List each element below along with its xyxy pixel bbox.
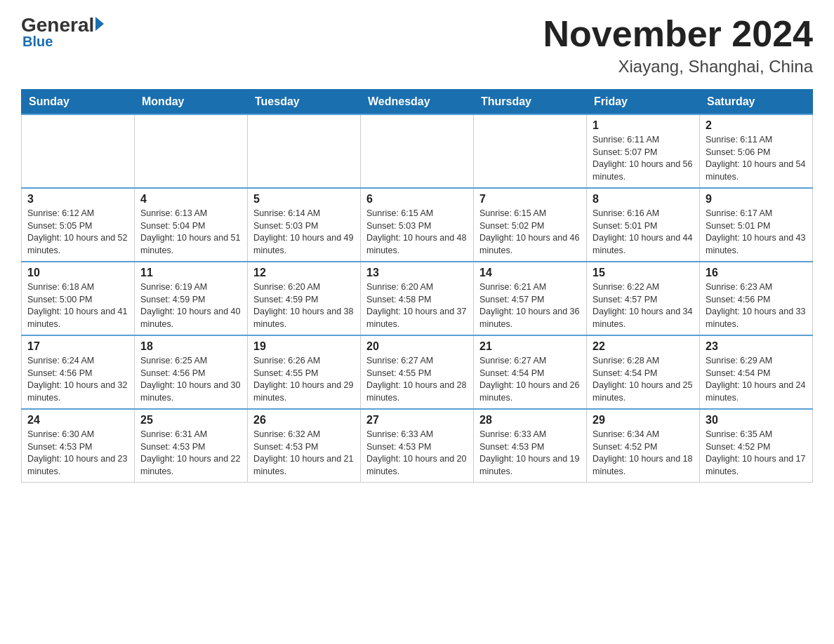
day-number: 2 — [706, 119, 807, 132]
day-number: 21 — [479, 340, 581, 353]
logo-arrow-icon — [95, 17, 104, 31]
calendar-table: SundayMondayTuesdayWednesdayThursdayFrid… — [21, 89, 813, 483]
day-cell: 8Sunrise: 6:16 AMSunset: 5:01 PMDaylight… — [587, 188, 700, 262]
day-cell: 4Sunrise: 6:13 AMSunset: 5:04 PMDaylight… — [135, 188, 248, 262]
day-info: Sunrise: 6:33 AMSunset: 4:53 PMDaylight:… — [366, 429, 468, 478]
day-number: 20 — [366, 340, 468, 353]
day-number: 17 — [27, 340, 128, 353]
day-cell: 30Sunrise: 6:35 AMSunset: 4:52 PMDayligh… — [700, 409, 813, 483]
day-cell: 1Sunrise: 6:11 AMSunset: 5:07 PMDaylight… — [587, 114, 700, 188]
day-cell: 5Sunrise: 6:14 AMSunset: 5:03 PMDaylight… — [248, 188, 361, 262]
day-number: 19 — [253, 340, 355, 353]
day-info: Sunrise: 6:14 AMSunset: 5:03 PMDaylight:… — [253, 208, 355, 257]
day-number: 15 — [593, 267, 694, 279]
day-info: Sunrise: 6:31 AMSunset: 4:53 PMDaylight:… — [140, 429, 241, 478]
month-title: November 2024 — [543, 14, 813, 54]
day-info: Sunrise: 6:30 AMSunset: 4:53 PMDaylight:… — [27, 429, 128, 478]
day-number: 5 — [253, 193, 355, 206]
header-cell-tuesday: Tuesday — [248, 90, 361, 115]
day-info: Sunrise: 6:12 AMSunset: 5:05 PMDaylight:… — [27, 208, 128, 257]
day-number: 13 — [366, 267, 468, 279]
day-number: 9 — [706, 193, 807, 206]
day-number: 10 — [27, 267, 128, 279]
day-number: 4 — [140, 193, 241, 206]
day-number: 27 — [366, 414, 468, 427]
day-info: Sunrise: 6:21 AMSunset: 4:57 PMDaylight:… — [479, 281, 581, 330]
day-cell — [22, 114, 135, 188]
header-cell-friday: Friday — [587, 90, 700, 115]
day-cell: 2Sunrise: 6:11 AMSunset: 5:06 PMDaylight… — [700, 114, 813, 188]
day-info: Sunrise: 6:29 AMSunset: 4:54 PMDaylight:… — [706, 355, 807, 404]
day-number: 14 — [479, 267, 581, 279]
day-info: Sunrise: 6:32 AMSunset: 4:53 PMDaylight:… — [253, 429, 355, 478]
day-number: 18 — [140, 340, 241, 353]
header-row: SundayMondayTuesdayWednesdayThursdayFrid… — [22, 90, 813, 115]
day-number: 30 — [706, 414, 807, 427]
header-cell-sunday: Sunday — [22, 90, 135, 115]
day-cell: 6Sunrise: 6:15 AMSunset: 5:03 PMDaylight… — [361, 188, 474, 262]
day-info: Sunrise: 6:13 AMSunset: 5:04 PMDaylight:… — [140, 208, 241, 257]
day-cell: 18Sunrise: 6:25 AMSunset: 4:56 PMDayligh… — [135, 335, 248, 409]
day-cell: 16Sunrise: 6:23 AMSunset: 4:56 PMDayligh… — [700, 262, 813, 335]
day-info: Sunrise: 6:25 AMSunset: 4:56 PMDaylight:… — [140, 355, 241, 404]
day-info: Sunrise: 6:27 AMSunset: 4:55 PMDaylight:… — [366, 355, 468, 404]
day-cell: 14Sunrise: 6:21 AMSunset: 4:57 PMDayligh… — [474, 262, 587, 335]
day-cell: 22Sunrise: 6:28 AMSunset: 4:54 PMDayligh… — [587, 335, 700, 409]
day-cell — [474, 114, 587, 188]
day-cell: 29Sunrise: 6:34 AMSunset: 4:52 PMDayligh… — [587, 409, 700, 483]
day-cell: 17Sunrise: 6:24 AMSunset: 4:56 PMDayligh… — [22, 335, 135, 409]
day-cell — [135, 114, 248, 188]
day-cell — [361, 114, 474, 188]
day-cell: 26Sunrise: 6:32 AMSunset: 4:53 PMDayligh… — [248, 409, 361, 483]
day-number: 1 — [593, 119, 694, 132]
day-number: 22 — [593, 340, 694, 353]
day-info: Sunrise: 6:35 AMSunset: 4:52 PMDaylight:… — [706, 429, 807, 478]
week-row-4: 17Sunrise: 6:24 AMSunset: 4:56 PMDayligh… — [22, 335, 813, 409]
day-cell: 11Sunrise: 6:19 AMSunset: 4:59 PMDayligh… — [135, 262, 248, 335]
day-number: 8 — [593, 193, 694, 206]
day-cell: 13Sunrise: 6:20 AMSunset: 4:58 PMDayligh… — [361, 262, 474, 335]
day-number: 26 — [253, 414, 355, 427]
day-info: Sunrise: 6:20 AMSunset: 4:58 PMDaylight:… — [366, 281, 468, 330]
day-cell: 10Sunrise: 6:18 AMSunset: 5:00 PMDayligh… — [22, 262, 135, 335]
day-info: Sunrise: 6:16 AMSunset: 5:01 PMDaylight:… — [593, 208, 694, 257]
day-info: Sunrise: 6:15 AMSunset: 5:03 PMDaylight:… — [366, 208, 468, 257]
day-cell: 3Sunrise: 6:12 AMSunset: 5:05 PMDaylight… — [22, 188, 135, 262]
header-cell-saturday: Saturday — [700, 90, 813, 115]
header-cell-wednesday: Wednesday — [361, 90, 474, 115]
day-cell — [248, 114, 361, 188]
day-number: 25 — [140, 414, 241, 427]
day-info: Sunrise: 6:15 AMSunset: 5:02 PMDaylight:… — [479, 208, 581, 257]
week-row-1: 1Sunrise: 6:11 AMSunset: 5:07 PMDaylight… — [22, 114, 813, 188]
day-info: Sunrise: 6:23 AMSunset: 4:56 PMDaylight:… — [706, 281, 807, 330]
header-cell-monday: Monday — [135, 90, 248, 115]
day-cell: 23Sunrise: 6:29 AMSunset: 4:54 PMDayligh… — [700, 335, 813, 409]
logo-blue: Blue — [21, 34, 53, 50]
day-number: 24 — [27, 414, 128, 427]
header: General Blue November 2024 Xiayang, Shan… — [21, 14, 813, 76]
day-number: 6 — [366, 193, 468, 206]
day-info: Sunrise: 6:27 AMSunset: 4:54 PMDaylight:… — [479, 355, 581, 404]
day-number: 3 — [27, 193, 128, 206]
day-info: Sunrise: 6:11 AMSunset: 5:06 PMDaylight:… — [706, 134, 807, 183]
day-info: Sunrise: 6:33 AMSunset: 4:53 PMDaylight:… — [479, 429, 581, 478]
day-info: Sunrise: 6:34 AMSunset: 4:52 PMDaylight:… — [593, 429, 694, 478]
logo: General Blue — [21, 14, 104, 50]
day-cell: 28Sunrise: 6:33 AMSunset: 4:53 PMDayligh… — [474, 409, 587, 483]
header-cell-thursday: Thursday — [474, 90, 587, 115]
day-cell: 21Sunrise: 6:27 AMSunset: 4:54 PMDayligh… — [474, 335, 587, 409]
day-info: Sunrise: 6:24 AMSunset: 4:56 PMDaylight:… — [27, 355, 128, 404]
day-info: Sunrise: 6:28 AMSunset: 4:54 PMDaylight:… — [593, 355, 694, 404]
day-cell: 25Sunrise: 6:31 AMSunset: 4:53 PMDayligh… — [135, 409, 248, 483]
day-cell: 9Sunrise: 6:17 AMSunset: 5:01 PMDaylight… — [700, 188, 813, 262]
day-number: 7 — [479, 193, 581, 206]
day-info: Sunrise: 6:20 AMSunset: 4:59 PMDaylight:… — [253, 281, 355, 330]
day-number: 28 — [479, 414, 581, 427]
day-info: Sunrise: 6:22 AMSunset: 4:57 PMDaylight:… — [593, 281, 694, 330]
day-cell: 7Sunrise: 6:15 AMSunset: 5:02 PMDaylight… — [474, 188, 587, 262]
week-row-3: 10Sunrise: 6:18 AMSunset: 5:00 PMDayligh… — [22, 262, 813, 335]
day-number: 23 — [706, 340, 807, 353]
day-number: 29 — [593, 414, 694, 427]
day-info: Sunrise: 6:11 AMSunset: 5:07 PMDaylight:… — [593, 134, 694, 183]
location-title: Xiayang, Shanghai, China — [543, 57, 813, 76]
